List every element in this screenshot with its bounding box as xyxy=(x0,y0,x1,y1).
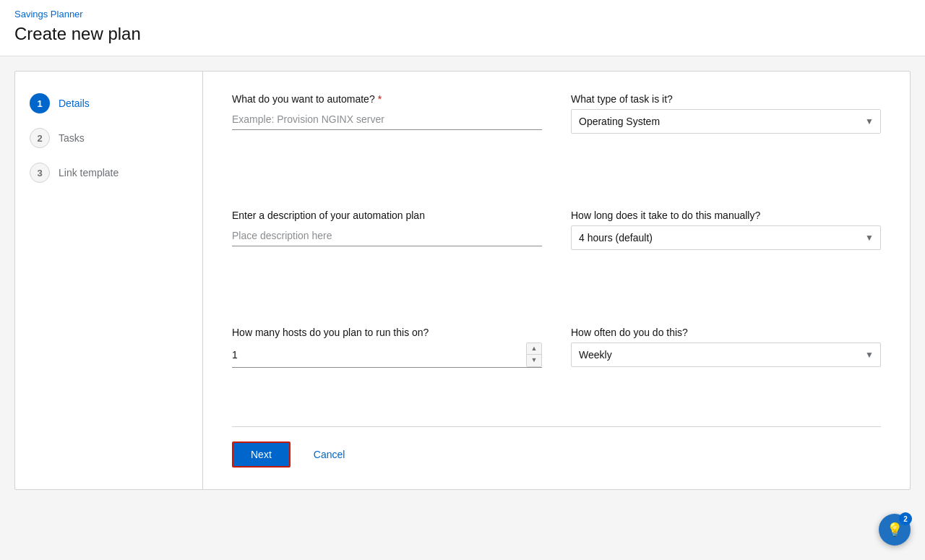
manual-time-group: How long does it take to do this manuall… xyxy=(571,210,881,309)
step-label-link-template: Link template xyxy=(59,167,119,178)
manual-time-select-wrapper: 4 hours (default) 1 hour 2 hours 8 hours… xyxy=(571,225,881,250)
help-badge[interactable]: 2 💡 xyxy=(879,514,911,546)
hosts-input[interactable] xyxy=(232,343,526,367)
hosts-decrement-button[interactable]: ▼ xyxy=(527,355,541,366)
hosts-input-wrapper: ▲ ▼ xyxy=(232,343,542,368)
description-input[interactable] xyxy=(232,225,542,246)
step-details[interactable]: 1 Details xyxy=(30,93,188,113)
wizard-sidebar: 1 Details 2 Tasks 3 Link template xyxy=(15,72,203,489)
task-type-select[interactable]: Operating System Application Security Ot… xyxy=(571,109,881,134)
task-type-select-wrapper: Operating System Application Security Ot… xyxy=(571,109,881,134)
hosts-group: How many hosts do you plan to run this o… xyxy=(232,327,542,426)
automate-label: What do you want to automate? * xyxy=(232,93,542,105)
frequency-select[interactable]: Weekly Daily Monthly Yearly xyxy=(571,343,881,367)
task-type-group: What type of task is it? Operating Syste… xyxy=(571,93,881,192)
frequency-label: How often do you do this? xyxy=(571,327,881,338)
step-number-3: 3 xyxy=(30,163,50,183)
cancel-button[interactable]: Cancel xyxy=(302,443,357,466)
description-group: Enter a description of your automation p… xyxy=(232,210,542,309)
step-label-details: Details xyxy=(59,98,90,109)
hosts-increment-button[interactable]: ▲ xyxy=(527,343,541,355)
hosts-stepper: ▲ ▼ xyxy=(526,343,542,367)
automate-input[interactable] xyxy=(232,109,542,130)
step-number-2: 2 xyxy=(30,128,50,148)
step-label-tasks: Tasks xyxy=(59,132,85,144)
hosts-label: How many hosts do you plan to run this o… xyxy=(232,327,542,338)
next-button[interactable]: Next xyxy=(232,441,291,468)
manual-time-label: How long does it take to do this manuall… xyxy=(571,210,881,221)
help-badge-count: 2 xyxy=(899,512,912,525)
automate-group: What do you want to automate? * xyxy=(232,93,542,192)
task-type-label: What type of task is it? xyxy=(571,93,881,105)
frequency-select-wrapper: Weekly Daily Monthly Yearly ▼ xyxy=(571,343,881,367)
required-star: * xyxy=(378,93,382,105)
step-tasks[interactable]: 2 Tasks xyxy=(30,128,188,148)
lightbulb-icon: 💡 xyxy=(887,522,903,538)
form-area: What do you want to automate? * What typ… xyxy=(203,72,910,489)
step-link-template[interactable]: 3 Link template xyxy=(30,163,188,183)
form-actions: Next Cancel xyxy=(232,426,881,468)
breadcrumb[interactable]: Savings Planner xyxy=(14,9,911,20)
frequency-group: How often do you do this? Weekly Daily M… xyxy=(571,327,881,426)
manual-time-select[interactable]: 4 hours (default) 1 hour 2 hours 8 hours xyxy=(571,225,881,250)
page-title: Create new plan xyxy=(14,24,911,44)
description-label: Enter a description of your automation p… xyxy=(232,210,542,221)
step-number-1: 1 xyxy=(30,93,50,113)
